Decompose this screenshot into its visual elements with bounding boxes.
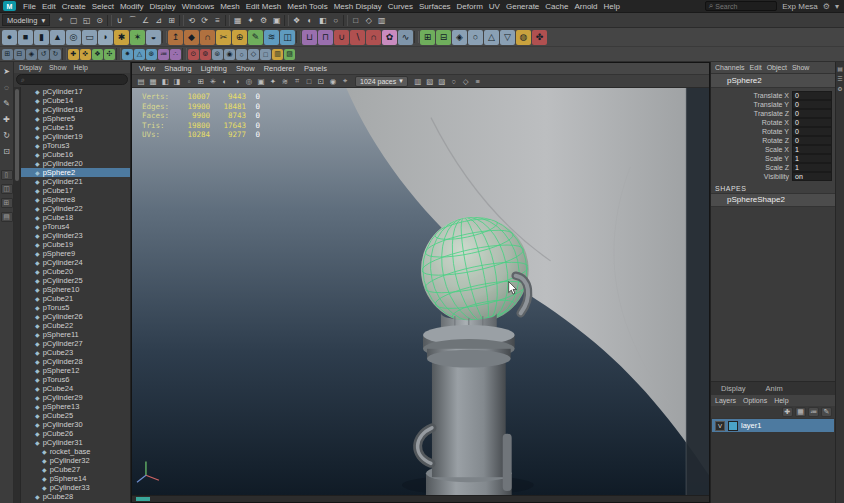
status-tool-icon[interactable]: ⌖: [54, 14, 67, 27]
viewport-toolbar-icon[interactable]: ◨: [171, 76, 183, 87]
viewport-toolbar-icon[interactable]: ◉: [327, 76, 339, 87]
shelf-tool-button[interactable]: ∴: [170, 49, 181, 60]
status-tool-icon[interactable]: ▢: [67, 14, 80, 27]
shelf-tool-button[interactable]: △: [134, 49, 145, 60]
viewport-toolbar-icon[interactable]: ⊞: [195, 76, 207, 87]
outliner-item[interactable]: ◆ pCylinder24: [21, 258, 130, 267]
shelf-tool-button[interactable]: ⊓: [318, 30, 333, 45]
menu-item[interactable]: Windows: [179, 2, 217, 11]
shelf-tool-button[interactable]: ✚: [68, 49, 79, 60]
layer-color-swatch[interactable]: [728, 421, 738, 431]
channel-value-field[interactable]: 0: [792, 109, 832, 118]
outliner-item[interactable]: ◆ pCube27: [21, 465, 130, 474]
outliner-item[interactable]: ◆ pCube19: [21, 240, 130, 249]
shelf-tool-button[interactable]: ✱: [114, 30, 129, 45]
channel-value-field[interactable]: 1: [792, 145, 832, 154]
sidebar-panel-icon[interactable]: ☰: [837, 76, 842, 82]
shelf-tool-button[interactable]: [162, 31, 167, 43]
sidebar-panel-icon[interactable]: ▤: [837, 66, 843, 72]
channel-box-menu-item[interactable]: Show: [792, 64, 810, 71]
outliner-item[interactable]: ◆ pCylinder17: [21, 87, 130, 96]
shelf-tool-button[interactable]: ▨: [284, 49, 295, 60]
status-tool-icon[interactable]: □: [349, 14, 362, 27]
status-tool-icon[interactable]: ∠: [139, 14, 152, 27]
viewport-toolbar-icon[interactable]: ◐: [219, 76, 231, 87]
status-tool-icon[interactable]: [107, 15, 112, 26]
outliner-item[interactable]: ◆ pCylinder33: [21, 483, 130, 492]
outliner-item[interactable]: ◆ pCube28: [21, 492, 130, 501]
shelf-tool-button[interactable]: ↥: [168, 30, 183, 45]
tool-button[interactable]: ➤: [1, 65, 13, 77]
outliner-menu-item[interactable]: Display: [19, 64, 42, 71]
outliner-item[interactable]: ◆ pCube16: [21, 150, 130, 159]
status-tool-icon[interactable]: ⊞: [165, 14, 178, 27]
channel-box-menu-item[interactable]: Channels: [715, 64, 745, 71]
shelf-tool-button[interactable]: ⊟: [436, 30, 451, 45]
viewport-menu-item[interactable]: Lighting: [201, 64, 227, 73]
outliner-scrollbar[interactable]: [14, 87, 21, 503]
shelf-tool-button[interactable]: ●: [2, 30, 17, 45]
outliner-item[interactable]: ◆ pCylinder31: [21, 438, 130, 447]
outliner-item[interactable]: ◆ pSphere8: [21, 195, 130, 204]
outliner-item[interactable]: ◆ pSphere2: [21, 168, 130, 177]
shelf-tool-button[interactable]: ∖: [350, 30, 365, 45]
shelf-tool-button[interactable]: ⊚: [200, 49, 211, 60]
viewport-toolbar-icon[interactable]: □: [303, 76, 315, 87]
outliner-item[interactable]: ◆ pCube25: [21, 411, 130, 420]
status-tool-icon[interactable]: [343, 15, 348, 26]
shelf-tool-button[interactable]: ○: [468, 30, 483, 45]
shelf-tool-button[interactable]: ↺: [38, 49, 49, 60]
layer-editor-button[interactable]: ▦: [795, 407, 806, 417]
viewport-toolbar-icon[interactable]: ◧: [159, 76, 171, 87]
outliner-item[interactable]: ◆ pCube23: [21, 348, 130, 357]
layout-shortcut-button[interactable]: ◫: [1, 184, 13, 194]
outliner-item[interactable]: ◆ rocket_base: [21, 447, 130, 456]
shelf-tool-button[interactable]: ≋: [264, 30, 279, 45]
status-tool-icon[interactable]: [284, 15, 289, 26]
status-tool-icon[interactable]: ⟳: [198, 14, 211, 27]
tool-button[interactable]: ⊡: [1, 145, 13, 157]
viewport-renderer-dropdown[interactable]: 1024 paces ▾: [355, 76, 408, 87]
viewport-toolbar-icon[interactable]: ⌗: [291, 76, 303, 87]
shelf-tool-button[interactable]: ✤: [532, 30, 547, 45]
layer-editor-menu-item[interactable]: Help: [774, 397, 788, 404]
channel-value-field[interactable]: 0: [792, 127, 832, 136]
outliner-item[interactable]: ◆ pSphere14: [21, 474, 130, 483]
viewport-toolbar-icon[interactable]: ⌖: [339, 76, 351, 87]
shelf-tool-button[interactable]: ■: [18, 30, 33, 45]
menu-item[interactable]: Curves: [385, 2, 416, 11]
shelf-tool-button[interactable]: ⊞: [420, 30, 435, 45]
time-slider-marker[interactable]: [136, 497, 150, 501]
shelf-tool-button[interactable]: ⊛: [146, 49, 157, 60]
menu-item[interactable]: Generate: [503, 2, 542, 11]
viewport-toolbar-icon[interactable]: ▫: [183, 76, 195, 87]
shelf-tool-button[interactable]: □: [260, 49, 271, 60]
selected-object-name[interactable]: pSphere2: [711, 74, 835, 88]
status-tool-icon[interactable]: ◱: [80, 14, 93, 27]
outliner-item[interactable]: ◆ pSphere11: [21, 330, 130, 339]
shelf-tool-button[interactable]: [62, 48, 67, 60]
shelf-tool-button[interactable]: ◈: [452, 30, 467, 45]
outliner-item[interactable]: ◆ pTorus4: [21, 222, 130, 231]
shelf-tool-button[interactable]: ▮: [34, 30, 49, 45]
shelf-tool-button[interactable]: ◉: [224, 49, 235, 60]
menu-item[interactable]: Create: [59, 2, 89, 11]
shelf-tool-button[interactable]: ⊕: [232, 30, 247, 45]
menu-item[interactable]: Help: [601, 2, 623, 11]
viewport-toolbar-icon[interactable]: ≋: [279, 76, 291, 87]
status-tool-icon[interactable]: ❖: [290, 14, 303, 27]
viewport-toolbar-icon[interactable]: ▨: [436, 76, 448, 87]
shelf-tool-button[interactable]: ▲: [50, 30, 65, 45]
shelf-tool-button[interactable]: ⊜: [212, 49, 223, 60]
shelf-tool-button[interactable]: △: [484, 30, 499, 45]
outliner-item[interactable]: ◆ pCube21: [21, 294, 130, 303]
shelf-tool-button[interactable]: ∩: [200, 30, 215, 45]
shelf-tool-button[interactable]: [182, 48, 187, 60]
shelf-tool-button[interactable]: ∪: [334, 30, 349, 45]
menu-item[interactable]: Mesh Display: [331, 2, 385, 11]
layer-editor-menu-item[interactable]: Options: [743, 397, 767, 404]
shelf-tool-button[interactable]: [296, 31, 301, 43]
outliner-item[interactable]: ◆ pCylinder27: [21, 339, 130, 348]
outliner-item[interactable]: ◆ pSphere12: [21, 366, 130, 375]
outliner-item[interactable]: ◆ pCube14: [21, 96, 130, 105]
